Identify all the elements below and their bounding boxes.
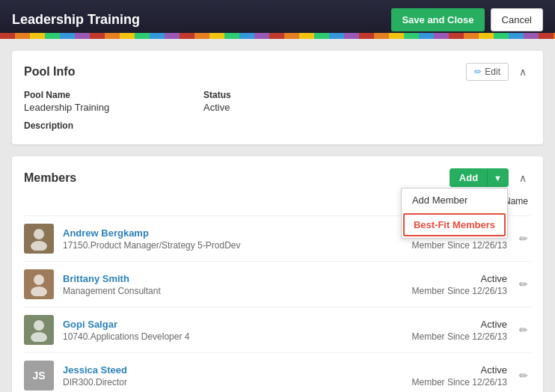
pool-info-card: Pool Info ✏ Edit ∧ Pool Name Leadership … bbox=[12, 51, 543, 144]
members-actions: Add ▼ Add Member Best-Fit Members ∧ bbox=[450, 168, 531, 187]
svg-point-5 bbox=[31, 332, 47, 342]
description-group: Description bbox=[24, 120, 174, 132]
status-value: Active bbox=[203, 102, 353, 113]
pool-name-group: Pool Name Leadership Training bbox=[24, 90, 174, 113]
member-name[interactable]: Andrew Bergkamp bbox=[63, 227, 401, 239]
member-role: DIR300.Director bbox=[63, 377, 401, 388]
add-dropdown-menu: Add Member Best-Fit Members bbox=[401, 188, 508, 239]
member-name[interactable]: Gopi Salgar bbox=[63, 319, 401, 330]
member-list: Andrew Bergkamp 17150.Product Manager/St… bbox=[24, 215, 531, 392]
add-button-group: Add ▼ Add Member Best-Fit Members bbox=[450, 168, 509, 187]
status-label: Status bbox=[203, 90, 353, 100]
add-dropdown-toggle[interactable]: ▼ bbox=[487, 169, 508, 186]
description-label: Description bbox=[24, 120, 174, 131]
member-row: Gopi Salgar 10740.Applications Developer… bbox=[24, 307, 531, 352]
member-edit-button[interactable]: ✏ bbox=[516, 233, 531, 245]
member-status: Active Member Since 12/26/13 bbox=[410, 273, 507, 296]
svg-point-0 bbox=[34, 229, 44, 239]
member-name[interactable]: Brittany Smith bbox=[63, 273, 401, 284]
add-member-button[interactable]: Add bbox=[450, 169, 487, 186]
member-role: Management Consultant bbox=[63, 286, 401, 296]
member-info: Gopi Salgar 10740.Applications Developer… bbox=[63, 319, 401, 342]
member-info: Andrew Bergkamp 17150.Product Manager/St… bbox=[63, 227, 401, 251]
member-status-label: Active bbox=[410, 273, 507, 284]
avatar bbox=[24, 269, 54, 299]
pool-info-header: Pool Info ✏ Edit ∧ bbox=[24, 63, 531, 81]
pencil-icon: ✏ bbox=[474, 67, 482, 77]
member-status: Active Member Since 12/26/13 bbox=[410, 364, 507, 388]
member-edit-button[interactable]: ✏ bbox=[516, 324, 531, 336]
member-info: Jessica Steed DIR300.Director bbox=[63, 364, 401, 388]
svg-point-2 bbox=[34, 275, 44, 285]
pool-name-status-row: Pool Name Leadership Training Status Act… bbox=[24, 90, 531, 113]
main-content: Pool Info ✏ Edit ∧ Pool Name Leadership … bbox=[0, 39, 555, 392]
member-role: 17150.Product Manager/Strategy 5-ProdDev bbox=[63, 240, 401, 251]
svg-point-4 bbox=[34, 320, 44, 331]
member-since: Member Since 12/26/13 bbox=[410, 286, 507, 296]
member-name[interactable]: Jessica Steed bbox=[63, 364, 401, 376]
member-row: JS Jessica Steed DIR300.Director Active … bbox=[24, 352, 531, 392]
member-edit-button[interactable]: ✏ bbox=[516, 370, 531, 382]
svg-point-3 bbox=[31, 287, 47, 296]
member-status: Active Member Since 12/26/13 bbox=[410, 319, 507, 342]
description-row: Description bbox=[24, 120, 531, 132]
avatar: JS bbox=[24, 361, 54, 391]
avatar bbox=[24, 315, 54, 345]
avatar bbox=[24, 224, 54, 254]
status-group: Status Active bbox=[203, 90, 353, 113]
edit-button[interactable]: ✏ Edit bbox=[466, 63, 509, 81]
pool-info-fields: Pool Name Leadership Training Status Act… bbox=[24, 90, 531, 132]
best-fit-members-option[interactable]: Best-Fit Members bbox=[403, 213, 506, 236]
member-row: Brittany Smith Management Consultant Act… bbox=[24, 261, 531, 307]
members-title: Members bbox=[24, 171, 76, 185]
page-title: Leadership Training bbox=[12, 12, 140, 28]
pool-name-label: Pool Name bbox=[24, 90, 174, 100]
member-status-label: Active bbox=[410, 319, 507, 330]
member-role: 10740.Applications Developer 4 bbox=[63, 331, 401, 342]
member-edit-button[interactable]: ✏ bbox=[516, 278, 531, 290]
save-close-button[interactable]: Save and Close bbox=[391, 8, 484, 31]
members-card: Members Add ▼ Add Member Best-Fit Member… bbox=[12, 156, 543, 392]
pool-info-title: Pool Info bbox=[24, 65, 75, 79]
member-since: Member Since 12/26/13 bbox=[410, 240, 507, 251]
pool-name-value: Leadership Training bbox=[24, 102, 174, 113]
header-buttons: Save and Close Cancel bbox=[391, 8, 543, 31]
collapse-members-button[interactable]: ∧ bbox=[515, 171, 531, 186]
header: Leadership Training Save and Close Cance… bbox=[0, 0, 555, 39]
pool-info-actions: ✏ Edit ∧ bbox=[466, 63, 531, 81]
collapse-pool-info-button[interactable]: ∧ bbox=[515, 64, 531, 79]
member-info: Brittany Smith Management Consultant bbox=[63, 273, 401, 296]
cancel-button[interactable]: Cancel bbox=[491, 8, 543, 31]
member-since: Member Since 12/26/13 bbox=[410, 331, 507, 342]
edit-label: Edit bbox=[485, 67, 500, 77]
member-status-label: Active bbox=[410, 364, 507, 376]
add-member-option[interactable]: Add Member bbox=[402, 189, 507, 212]
members-header: Members Add ▼ Add Member Best-Fit Member… bbox=[24, 168, 531, 187]
member-since: Member Since 12/26/13 bbox=[410, 377, 507, 388]
svg-point-1 bbox=[31, 241, 47, 251]
